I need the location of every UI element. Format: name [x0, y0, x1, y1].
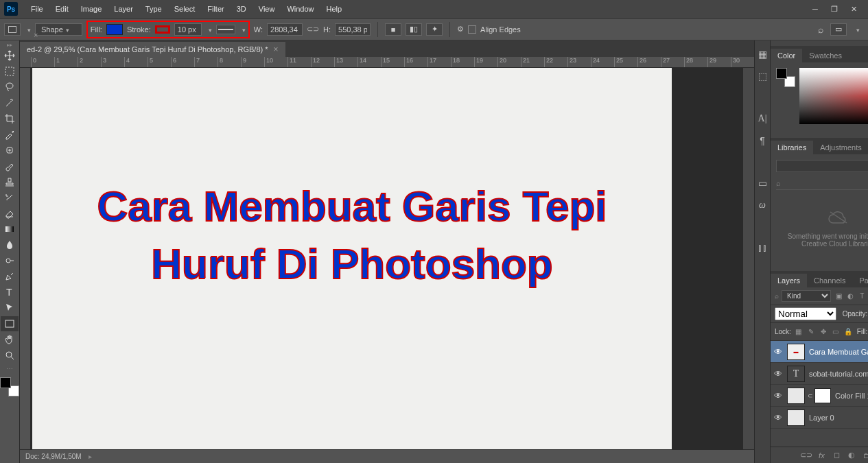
- path-select-tool[interactable]: [1, 300, 19, 316]
- path-align-icon[interactable]: ■: [385, 23, 401, 36]
- menu-file[interactable]: File: [25, 2, 49, 16]
- history-panel-icon[interactable]: ▦: [755, 47, 770, 61]
- eyedropper-tool[interactable]: [1, 127, 19, 142]
- layer-row[interactable]: 👁⊂Color Fill 1: [771, 385, 868, 407]
- library-search[interactable]: ⌕: [776, 176, 868, 190]
- dodge-tool[interactable]: [1, 253, 19, 268]
- new-group-icon[interactable]: 🗀: [862, 451, 868, 460]
- height-input[interactable]: [335, 23, 371, 36]
- workspace-switcher[interactable]: ▭: [830, 23, 847, 36]
- glyphs-panel-icon[interactable]: ω: [755, 198, 770, 212]
- menu-select[interactable]: Select: [168, 2, 202, 16]
- minimize-button[interactable]: ─: [810, 4, 820, 14]
- canvas[interactable]: Cara Membuat Garis Tepi Huruf Di Photosh…: [32, 68, 672, 449]
- menu-view[interactable]: View: [253, 2, 281, 16]
- foreground-color[interactable]: [0, 377, 11, 388]
- menu-image[interactable]: Image: [75, 2, 108, 16]
- menu-filter[interactable]: Filter: [201, 2, 230, 16]
- link-layers-icon[interactable]: ⊂⊃: [801, 451, 811, 460]
- stroke-swatch[interactable]: [155, 25, 170, 34]
- tool-preset-icon[interactable]: [4, 23, 21, 36]
- status-menu-icon[interactable]: ▸: [89, 453, 92, 460]
- character-panel-icon[interactable]: A|: [755, 112, 770, 126]
- width-input[interactable]: [267, 23, 303, 36]
- lasso-tool[interactable]: [1, 80, 19, 95]
- history-brush-tool[interactable]: [1, 190, 19, 205]
- visibility-toggle-icon[interactable]: 👁: [773, 347, 783, 357]
- tab-color[interactable]: Color: [771, 49, 802, 62]
- gear-icon[interactable]: ⚙: [457, 25, 464, 34]
- filter-type-icon[interactable]: T: [857, 292, 867, 301]
- lock-all-icon[interactable]: 🔒: [843, 327, 853, 337]
- magic-wand-tool[interactable]: [1, 95, 19, 110]
- workspace-dd[interactable]: [854, 25, 860, 34]
- gradient-tool[interactable]: [1, 222, 19, 237]
- healing-tool[interactable]: [1, 143, 19, 158]
- tool-preset-dd[interactable]: [25, 25, 31, 34]
- path-options-icon[interactable]: ✦: [426, 23, 443, 36]
- collapse-arrows-icon[interactable]: ▸▸: [7, 42, 12, 47]
- new-fill-icon[interactable]: ◐: [847, 451, 856, 460]
- stroke-type-dd[interactable]: [239, 25, 246, 34]
- menu-edit[interactable]: Edit: [49, 2, 75, 16]
- fill-swatch[interactable]: [106, 24, 123, 35]
- visibility-toggle-icon[interactable]: 👁: [773, 413, 783, 423]
- crop-tool[interactable]: [1, 111, 19, 126]
- blur-tool[interactable]: [1, 237, 19, 252]
- layer-row[interactable]: 👁▬Cara Membuat Garis Tepi ...: [771, 341, 868, 363]
- filter-search-icon[interactable]: ⌕: [775, 292, 779, 300]
- layer-fx-icon[interactable]: fx: [817, 451, 826, 460]
- filter-adjust-icon[interactable]: ◐: [845, 292, 855, 301]
- close-button[interactable]: ✕: [849, 4, 858, 14]
- pen-tool[interactable]: [1, 269, 19, 284]
- marquee-tool[interactable]: [1, 64, 19, 79]
- menu-type[interactable]: Type: [139, 2, 168, 16]
- menu-3d[interactable]: 3D: [231, 2, 253, 16]
- paragraph-panel-icon[interactable]: ¶: [755, 134, 770, 147]
- menu-layer[interactable]: Layer: [108, 2, 139, 16]
- color-spectrum[interactable]: [799, 68, 868, 124]
- tab-paths[interactable]: Paths: [853, 274, 868, 287]
- canvas-viewport[interactable]: Cara Membuat Garis Tepi Huruf Di Photosh…: [31, 68, 743, 449]
- color-fgbg-swatches[interactable]: [776, 68, 795, 87]
- hand-tool[interactable]: [1, 332, 19, 347]
- stamp-tool[interactable]: [1, 174, 19, 189]
- lock-pixels-icon[interactable]: ✎: [806, 327, 816, 337]
- tab-libraries[interactable]: Libraries: [771, 141, 813, 154]
- align-edges-checkbox[interactable]: [468, 25, 476, 34]
- tab-swatches[interactable]: Swatches: [802, 49, 849, 62]
- lock-position-icon[interactable]: ✥: [819, 327, 828, 337]
- rectangle-tool[interactable]: [1, 316, 19, 331]
- panels-collapse-icon[interactable]: ▸▸: [771, 40, 868, 46]
- vertical-scrollbar[interactable]: [743, 68, 754, 449]
- layer-row[interactable]: 👁Layer 0: [771, 407, 868, 429]
- path-arrange-icon[interactable]: ▮▯: [406, 23, 422, 36]
- stroke-width-dd[interactable]: [206, 25, 212, 34]
- stroke-width-input[interactable]: [174, 23, 202, 36]
- layer-row[interactable]: 👁Tsobat-tutorial.com: [771, 363, 868, 385]
- panel-fg-color[interactable]: [776, 68, 787, 79]
- menu-window[interactable]: Window: [281, 2, 320, 16]
- document-tab[interactable]: ed-2 @ 29,5% (Cara Membuat Garis Tepi Hu…: [20, 42, 285, 57]
- stroke-type-select[interactable]: [216, 25, 235, 34]
- type-tool[interactable]: T: [1, 285, 19, 300]
- lock-transparency-icon[interactable]: ▦: [794, 327, 804, 337]
- menu-help[interactable]: Help: [320, 2, 349, 16]
- mask-link-icon[interactable]: ⊂: [808, 392, 813, 399]
- edit-toolbar-icon[interactable]: ⋯: [6, 365, 13, 372]
- link-wh-icon[interactable]: ⊂⊃: [307, 25, 319, 34]
- tab-channels[interactable]: Channels: [807, 274, 852, 287]
- brush-tool[interactable]: [1, 158, 19, 174]
- lock-artboard-icon[interactable]: ▭: [831, 327, 841, 337]
- tab-close-icon[interactable]: ×: [274, 45, 279, 54]
- filter-pixel-icon[interactable]: ▣: [834, 292, 843, 301]
- visibility-toggle-icon[interactable]: 👁: [773, 391, 783, 401]
- shape-mode-select[interactable]: Shape: [35, 23, 82, 36]
- move-tool[interactable]: [1, 48, 19, 63]
- measure-panel-icon[interactable]: ⫿⫿: [755, 241, 770, 254]
- library-select[interactable]: [776, 160, 868, 172]
- visibility-toggle-icon[interactable]: 👁: [773, 369, 783, 379]
- filter-kind-select[interactable]: Kind: [782, 290, 831, 302]
- actions-panel-icon[interactable]: ▭: [755, 176, 770, 190]
- properties-panel-icon[interactable]: ⬚: [755, 69, 770, 83]
